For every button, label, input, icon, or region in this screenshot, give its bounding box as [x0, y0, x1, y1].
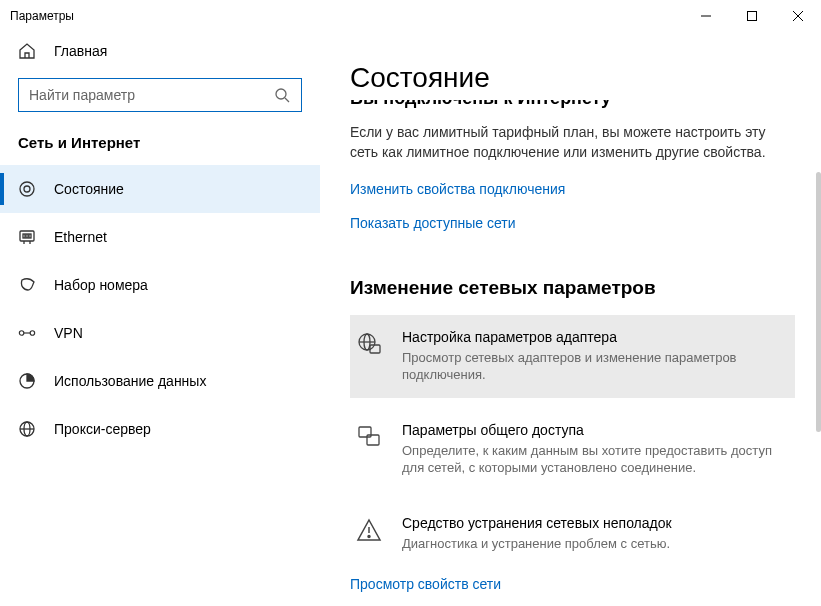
home-label: Главная	[54, 43, 107, 59]
sharing-icon	[356, 422, 384, 477]
sidebar-item-label: Ethernet	[54, 229, 107, 245]
status-icon	[18, 180, 36, 198]
option-adapter[interactable]: Настройка параметров адаптераПросмотр се…	[350, 315, 795, 398]
option-desc: Просмотр сетевых адаптеров и изменение п…	[402, 349, 787, 384]
svg-rect-10	[26, 234, 28, 238]
sidebar-category: Сеть и Интернет	[0, 134, 320, 165]
option-sharing[interactable]: Параметры общего доступаОпределите, к ка…	[350, 408, 795, 491]
close-button[interactable]	[775, 0, 821, 32]
svg-point-7	[24, 186, 30, 192]
clipped-heading: Вы подключены к Интернету	[350, 100, 795, 114]
option-troubleshoot[interactable]: Средство устранения сетевых неполадокДиа…	[350, 501, 795, 567]
scrollbar-thumb[interactable]	[816, 172, 821, 432]
svg-point-28	[368, 535, 370, 537]
svg-rect-9	[23, 234, 25, 238]
titlebar: Параметры	[0, 0, 821, 32]
search-input[interactable]	[29, 87, 273, 103]
home-icon	[18, 42, 36, 60]
show-networks-link[interactable]: Показать доступные сети	[350, 215, 516, 231]
vpn-icon	[18, 324, 36, 342]
svg-point-15	[30, 331, 35, 336]
troubleshoot-icon	[356, 515, 384, 553]
page-title: Состояние	[350, 62, 795, 94]
sidebar-item-dialup[interactable]: Набор номера	[0, 261, 320, 309]
svg-line-5	[285, 98, 289, 102]
sidebar-item-label: VPN	[54, 325, 83, 341]
change-connection-link[interactable]: Изменить свойства подключения	[350, 181, 565, 197]
network-properties-link[interactable]: Просмотр свойств сети	[350, 576, 795, 592]
option-title: Настройка параметров адаптера	[402, 329, 787, 345]
svg-point-4	[276, 89, 286, 99]
sidebar-item-status[interactable]: Состояние	[0, 165, 320, 213]
ethernet-icon	[18, 228, 36, 246]
option-title: Средство устранения сетевых неполадок	[402, 515, 672, 531]
search-icon	[273, 86, 291, 104]
option-title: Параметры общего доступа	[402, 422, 787, 438]
sidebar-item-proxy[interactable]: Прокси-сервер	[0, 405, 320, 453]
svg-rect-8	[20, 231, 34, 241]
sidebar-nav: СостояниеEthernetНабор номераVPNИспользо…	[0, 165, 320, 453]
dialup-icon	[18, 276, 36, 294]
option-desc: Диагностика и устранение проблем с сетью…	[402, 535, 672, 553]
intro-text: Если у вас лимитный тарифный план, вы мо…	[350, 122, 795, 163]
sidebar-item-label: Набор номера	[54, 277, 148, 293]
sidebar-item-vpn[interactable]: VPN	[0, 309, 320, 357]
adapter-icon	[356, 329, 384, 384]
minimize-button[interactable]	[683, 0, 729, 32]
svg-point-6	[20, 182, 34, 196]
data-icon	[18, 372, 36, 390]
sidebar-item-ethernet[interactable]: Ethernet	[0, 213, 320, 261]
sidebar-item-label: Использование данных	[54, 373, 206, 389]
search-input-wrapper[interactable]	[18, 78, 302, 112]
window-title: Параметры	[10, 9, 74, 23]
proxy-icon	[18, 420, 36, 438]
sidebar-item-label: Прокси-сервер	[54, 421, 151, 437]
svg-rect-11	[29, 234, 31, 238]
svg-rect-1	[748, 12, 757, 21]
sidebar: Главная Сеть и Интернет СостояниеEtherne…	[0, 32, 320, 606]
sidebar-item-label: Состояние	[54, 181, 124, 197]
main-content: Состояние Вы подключены к Интернету Если…	[320, 32, 821, 606]
sidebar-item-data[interactable]: Использование данных	[0, 357, 320, 405]
svg-point-14	[19, 331, 24, 336]
home-button[interactable]: Главная	[0, 32, 320, 70]
maximize-button[interactable]	[729, 0, 775, 32]
option-desc: Определите, к каким данным вы хотите пре…	[402, 442, 787, 477]
section-heading: Изменение сетевых параметров	[350, 277, 795, 299]
